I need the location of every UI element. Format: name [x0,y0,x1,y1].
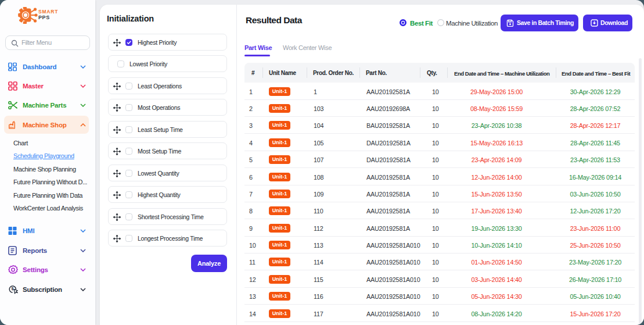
svg-text:$: $ [12,286,15,291]
